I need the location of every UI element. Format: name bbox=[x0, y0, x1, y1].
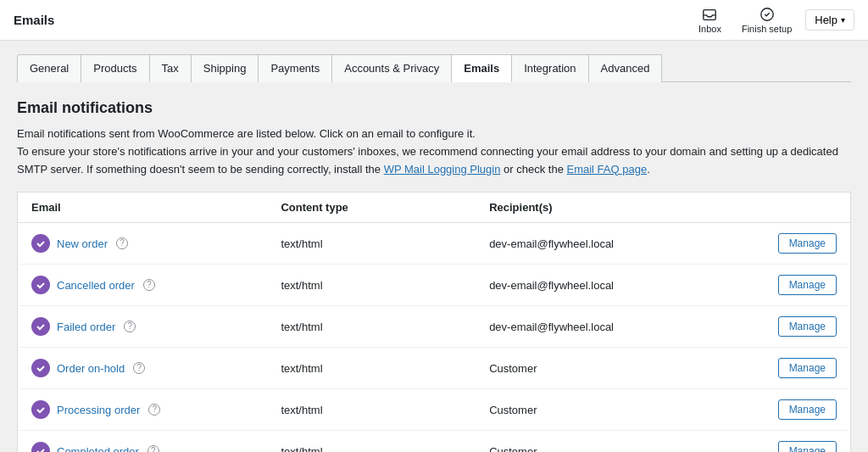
col-header-recipients: Recipient(s) bbox=[476, 193, 726, 223]
manage-button-3[interactable]: Manage bbox=[778, 358, 837, 378]
recipient-cell-1: dev-email@flywheel.local bbox=[476, 265, 726, 306]
description-text-3: or check the bbox=[500, 163, 566, 176]
email-name-cell-1: Cancelled order ? bbox=[18, 265, 268, 306]
finish-setup-icon bbox=[760, 7, 775, 22]
enabled-icon-4 bbox=[31, 400, 50, 419]
help-tooltip-icon-0[interactable]: ? bbox=[116, 237, 128, 249]
tab-accounts-privacy[interactable]: Accounts & Privacy bbox=[332, 54, 452, 82]
email-name-cell-2: Failed order ? bbox=[18, 306, 268, 348]
email-table: Email Content type Recipient(s) New orde… bbox=[17, 192, 851, 452]
email-faq-link[interactable]: Email FAQ page bbox=[567, 163, 648, 176]
page-title: Emails bbox=[14, 13, 54, 27]
help-tooltip-icon-5[interactable]: ? bbox=[147, 445, 159, 452]
finish-setup-button[interactable]: Finish setup bbox=[735, 3, 798, 37]
enabled-icon-3 bbox=[31, 359, 50, 377]
manage-button-0[interactable]: Manage bbox=[778, 233, 837, 254]
action-cell-0: Manage bbox=[726, 223, 850, 265]
content-type-cell-5: text/html bbox=[267, 431, 476, 452]
col-header-email: Email bbox=[18, 193, 268, 223]
email-name-cell-3: Order on-hold ? bbox=[18, 348, 268, 389]
action-cell-3: Manage bbox=[726, 348, 850, 389]
help-tooltip-icon-1[interactable]: ? bbox=[143, 279, 155, 291]
content-type-cell-4: text/html bbox=[267, 389, 476, 431]
action-cell-1: Manage bbox=[726, 265, 850, 306]
action-cell-4: Manage bbox=[726, 389, 850, 431]
manage-button-5[interactable]: Manage bbox=[778, 441, 837, 452]
wp-mail-logging-link[interactable]: WP Mail Logging Plugin bbox=[384, 163, 501, 176]
main-content: General Products Tax Shipping Payments A… bbox=[0, 41, 868, 452]
content-type-cell-0: text/html bbox=[267, 223, 476, 265]
description-text-1: Email notifications sent from WooCommerc… bbox=[17, 127, 476, 140]
checkmark-icon bbox=[36, 280, 46, 290]
table-row: Order on-hold ? text/html Customer Manag… bbox=[18, 348, 851, 389]
email-link-0[interactable]: New order bbox=[57, 237, 108, 250]
tab-advanced[interactable]: Advanced bbox=[589, 54, 663, 82]
email-link-5[interactable]: Completed order bbox=[57, 445, 139, 452]
checkmark-icon bbox=[36, 446, 46, 452]
top-bar: Emails Inbox Finish setup Help ▾ bbox=[0, 0, 868, 41]
inbox-button[interactable]: Inbox bbox=[692, 3, 728, 37]
tab-tax[interactable]: Tax bbox=[150, 54, 192, 82]
action-cell-2: Manage bbox=[726, 306, 850, 348]
email-link-4[interactable]: Processing order bbox=[57, 404, 140, 416]
checkmark-icon bbox=[36, 321, 46, 332]
recipient-cell-0: dev-email@flywheel.local bbox=[476, 223, 726, 265]
tab-products[interactable]: Products bbox=[81, 54, 149, 82]
tab-emails[interactable]: Emails bbox=[452, 54, 512, 82]
table-row: Processing order ? text/html Customer Ma… bbox=[18, 389, 851, 431]
email-link-1[interactable]: Cancelled order bbox=[57, 279, 135, 292]
finish-setup-label: Finish setup bbox=[742, 24, 792, 34]
enabled-icon-5 bbox=[31, 442, 50, 452]
recipient-cell-5: Customer bbox=[476, 431, 726, 452]
help-button[interactable]: Help ▾ bbox=[805, 9, 854, 31]
content-type-cell-1: text/html bbox=[267, 265, 476, 306]
manage-button-4[interactable]: Manage bbox=[778, 399, 837, 420]
table-row: New order ? text/html dev-email@flywheel… bbox=[18, 223, 851, 265]
recipient-cell-4: Customer bbox=[476, 389, 726, 431]
email-name-cell-4: Processing order ? bbox=[18, 389, 268, 431]
help-tooltip-icon-3[interactable]: ? bbox=[133, 362, 145, 374]
email-link-3[interactable]: Order on-hold bbox=[57, 362, 125, 375]
enabled-icon-2 bbox=[31, 317, 50, 336]
help-tooltip-icon-2[interactable]: ? bbox=[124, 321, 136, 332]
checkmark-icon bbox=[36, 405, 46, 415]
inbox-icon bbox=[702, 7, 717, 22]
description-text-4: . bbox=[647, 163, 650, 176]
enabled-icon-1 bbox=[31, 276, 50, 294]
chevron-down-icon: ▾ bbox=[841, 15, 845, 25]
email-name-cell-0: New order ? bbox=[18, 223, 268, 265]
checkmark-icon bbox=[36, 238, 46, 248]
section-description: Email notifications sent from WooCommerc… bbox=[17, 126, 851, 178]
table-row: Failed order ? text/html dev-email@flywh… bbox=[18, 306, 851, 348]
action-cell-5: Manage bbox=[726, 431, 850, 452]
manage-button-1[interactable]: Manage bbox=[778, 275, 837, 295]
tab-shipping[interactable]: Shipping bbox=[192, 54, 259, 82]
top-bar-actions: Inbox Finish setup Help ▾ bbox=[692, 3, 854, 37]
table-row: Cancelled order ? text/html dev-email@fl… bbox=[18, 265, 851, 306]
email-link-2[interactable]: Failed order bbox=[57, 321, 115, 333]
help-tooltip-icon-4[interactable]: ? bbox=[148, 404, 160, 416]
content-type-cell-2: text/html bbox=[267, 306, 476, 348]
section-title: Email notifications bbox=[17, 99, 851, 117]
enabled-icon-0 bbox=[31, 234, 50, 253]
recipient-cell-2: dev-email@flywheel.local bbox=[476, 306, 726, 348]
col-header-content-type: Content type bbox=[267, 193, 476, 223]
checkmark-icon bbox=[36, 363, 46, 373]
col-header-action bbox=[726, 193, 850, 223]
content-type-cell-3: text/html bbox=[267, 348, 476, 389]
manage-button-2[interactable]: Manage bbox=[778, 316, 837, 337]
table-row: Completed order ? text/html Customer Man… bbox=[18, 431, 851, 452]
tab-payments[interactable]: Payments bbox=[259, 54, 332, 82]
tab-integration[interactable]: Integration bbox=[512, 54, 588, 82]
help-label: Help bbox=[815, 14, 837, 26]
tab-general[interactable]: General bbox=[17, 54, 81, 82]
inbox-label: Inbox bbox=[698, 24, 721, 34]
email-name-cell-5: Completed order ? bbox=[18, 431, 268, 452]
recipient-cell-3: Customer bbox=[476, 348, 726, 389]
nav-tabs: General Products Tax Shipping Payments A… bbox=[17, 54, 851, 82]
